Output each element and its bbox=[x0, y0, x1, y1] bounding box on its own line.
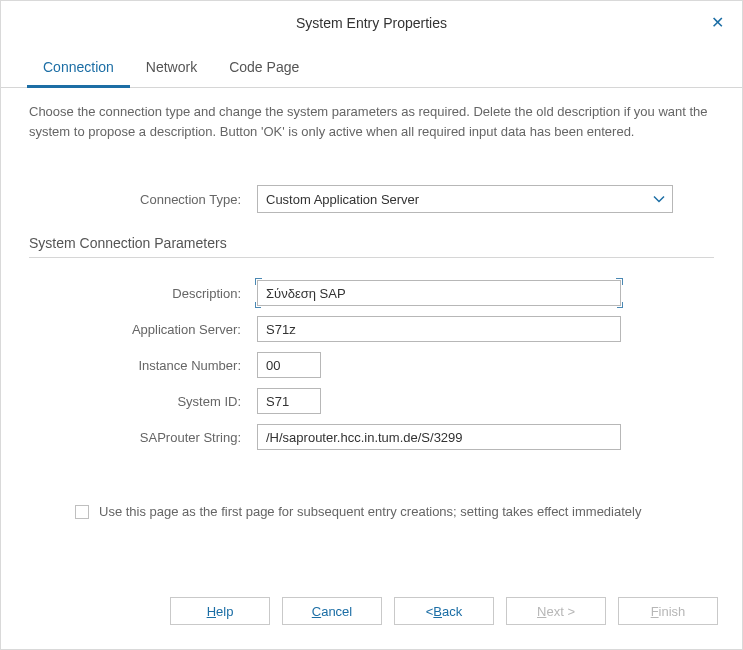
dialog-title: System Entry Properties bbox=[296, 15, 447, 31]
checkbox-first-page[interactable] bbox=[75, 505, 89, 519]
tab-content-connection: Choose the connection type and change th… bbox=[1, 88, 742, 597]
row-system-id: System ID: bbox=[29, 388, 714, 414]
input-instance-number[interactable] bbox=[257, 352, 321, 378]
label-application-server: Application Server: bbox=[29, 322, 257, 337]
row-instance-number: Instance Number: bbox=[29, 352, 714, 378]
cancel-button[interactable]: Cancel bbox=[282, 597, 382, 625]
connection-type-value: Custom Application Server bbox=[266, 192, 419, 207]
help-button[interactable]: Help bbox=[170, 597, 270, 625]
close-icon[interactable]: ✕ bbox=[711, 15, 724, 31]
input-application-server[interactable] bbox=[257, 316, 621, 342]
row-saprouter-string: SAProuter String: bbox=[29, 424, 714, 450]
tab-network[interactable]: Network bbox=[130, 49, 213, 87]
tab-connection[interactable]: Connection bbox=[27, 49, 130, 88]
finish-button: Finish bbox=[618, 597, 718, 625]
label-connection-type: Connection Type: bbox=[29, 192, 257, 207]
label-system-id: System ID: bbox=[29, 394, 257, 409]
label-description: Description: bbox=[29, 286, 257, 301]
back-button[interactable]: < Back bbox=[394, 597, 494, 625]
label-saprouter-string: SAProuter String: bbox=[29, 430, 257, 445]
label-first-page-checkbox: Use this page as the first page for subs… bbox=[99, 504, 641, 519]
row-first-page-checkbox: Use this page as the first page for subs… bbox=[75, 504, 714, 519]
tab-code-page[interactable]: Code Page bbox=[213, 49, 315, 87]
row-connection-type: Connection Type: Custom Application Serv… bbox=[29, 185, 714, 213]
section-system-connection-parameters: System Connection Parameters bbox=[29, 235, 714, 258]
label-instance-number: Instance Number: bbox=[29, 358, 257, 373]
row-application-server: Application Server: bbox=[29, 316, 714, 342]
button-bar: Help Cancel < Back Next > Finish bbox=[1, 597, 742, 649]
input-system-id[interactable] bbox=[257, 388, 321, 414]
input-description[interactable] bbox=[257, 280, 621, 306]
input-saprouter-string[interactable] bbox=[257, 424, 621, 450]
next-button: Next > bbox=[506, 597, 606, 625]
intro-text: Choose the connection type and change th… bbox=[29, 102, 714, 141]
row-description: Description: bbox=[29, 280, 714, 306]
connection-type-select[interactable]: Custom Application Server bbox=[257, 185, 673, 213]
titlebar: System Entry Properties ✕ bbox=[1, 1, 742, 43]
system-entry-properties-dialog: System Entry Properties ✕ Connection Net… bbox=[0, 0, 743, 650]
tab-bar: Connection Network Code Page bbox=[1, 49, 742, 88]
